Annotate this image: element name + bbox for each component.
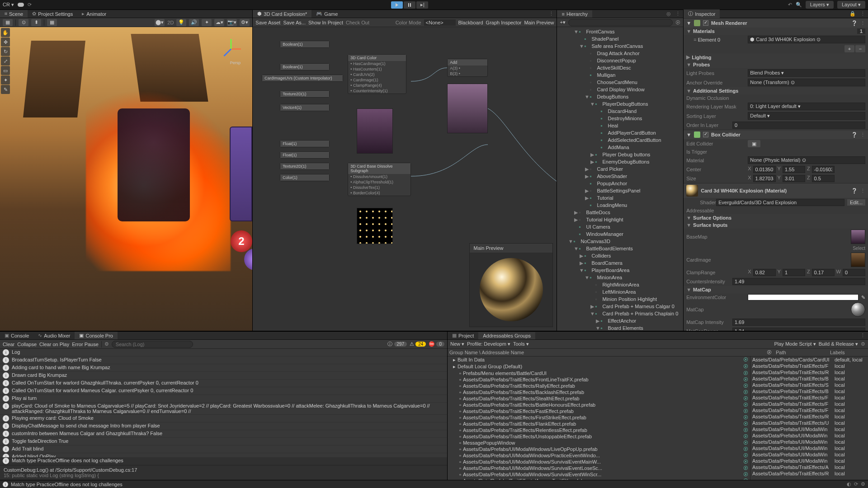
- tool-move[interactable]: ✥: [1, 38, 10, 47]
- select-texture-button[interactable]: Select: [853, 246, 865, 251]
- hierarchy-item[interactable]: ▫Minion Position Highlight: [557, 296, 683, 303]
- console-clear-on-play-button[interactable]: Clear on Play: [39, 342, 69, 347]
- tab-hierarchy[interactable]: ≡ Hierarchy: [557, 10, 592, 18]
- hierarchy-item[interactable]: ▫WindowManager: [557, 230, 683, 238]
- hierarchy-item[interactable]: ▼▫PlayerDebugButtons: [557, 100, 683, 108]
- search-icon[interactable]: 🔍: [796, 2, 802, 8]
- tool-grid[interactable]: ▦: [47, 19, 57, 26]
- tool-custom[interactable]: ✎: [1, 85, 10, 94]
- hierarchy-item[interactable]: ▫RightMinionArea: [557, 281, 683, 288]
- console-log-line[interactable]: iDrawn card Big Krumpaz: [0, 372, 447, 380]
- hierarchy-item[interactable]: ▫LeftMinionArea: [557, 288, 683, 296]
- info-count-badge[interactable]: ⓘ 297: [387, 341, 407, 347]
- list-remove-button[interactable]: −: [855, 45, 865, 52]
- hierarchy-item[interactable]: ▫UI Camera: [557, 223, 683, 230]
- hierarchy-item[interactable]: ▼▫Card Prefab + Primaris Chaplain 0: [557, 310, 683, 317]
- console-log-line[interactable]: iplayCard: Cloud of Smoke to Marneus Cal…: [0, 403, 447, 415]
- component-menu-icon[interactable]: ⋮: [860, 132, 865, 138]
- tab-inspector[interactable]: ⓘ Inspector: [684, 9, 720, 18]
- hierarchy-item[interactable]: ▫AddSelectedCardButton: [557, 136, 683, 144]
- hierarchy-item[interactable]: ▫Drag Attack Anchor: [557, 50, 683, 57]
- addr-side-row[interactable]: Assets/Data/Prefabs/UI/ModalWinlocal: [750, 451, 868, 458]
- tab-scene[interactable]: ⌗ Scene: [0, 10, 28, 18]
- save-as-button[interactable]: Save As...: [283, 20, 306, 25]
- clamp-w[interactable]: [843, 269, 865, 276]
- addr-new-dropdown[interactable]: New ▾: [450, 341, 464, 347]
- hierarchy-item[interactable]: ▼▫MinionArea: [557, 274, 683, 281]
- graph-node[interactable]: AddA(3) •B(3) •: [447, 59, 488, 77]
- account-menu[interactable]: CR ▾: [3, 2, 14, 8]
- graph-node[interactable]: Float(1): [280, 151, 330, 159]
- matcap-texture-slot[interactable]: [851, 302, 865, 317]
- addr-row[interactable]: ▫Assets/Data/Prefabs/TraitEffects/Backla…: [448, 389, 750, 395]
- console-error-pause-button[interactable]: Error Pause: [72, 342, 99, 347]
- graph-node[interactable]: Vector4(1): [280, 104, 330, 111]
- hierarchy-item[interactable]: ▫PopupAnchor: [557, 180, 683, 187]
- tab-project-settings[interactable]: ✿ Project Settings: [28, 10, 77, 18]
- tool-transform[interactable]: ✦: [1, 75, 10, 84]
- addr-row[interactable]: ▫Prefabs/Menu elements/Battle/CardUI⦿: [448, 370, 750, 376]
- addr-col-group[interactable]: Group Name \ Addressable Name: [449, 350, 767, 355]
- light-probes-dropdown[interactable]: Blend Probes ▾: [748, 69, 865, 77]
- basemap-texture-slot[interactable]: [851, 230, 865, 244]
- panel-menu-icon[interactable]: ⋮: [546, 11, 557, 17]
- console-search[interactable]: [112, 341, 193, 348]
- tab-console[interactable]: ▣ Console: [0, 332, 33, 339]
- tab-animator[interactable]: ▸ Animator: [77, 10, 111, 18]
- graph-node[interactable]: 3D Card Base Dissolve Subgraph • Dissolv…: [348, 163, 411, 196]
- hierarchy-item[interactable]: ▼▫PlayerBoardArea: [557, 267, 683, 274]
- console-options-icon[interactable]: ⚙: [104, 341, 109, 347]
- hierarchy-item[interactable]: ▫Card Display Window: [557, 86, 683, 93]
- console-log-line[interactable]: iCalled OnTurnStart for warlord Ghazghku…: [0, 380, 447, 387]
- hierarchy-filter-icon[interactable]: ⦿: [675, 20, 680, 25]
- addr-sidebar[interactable]: Assets/Data/Prefabs/Cards/CardUIdefault,…: [750, 357, 868, 480]
- console-log-line[interactable]: iAdding card to hand with name Big Krump…: [0, 364, 447, 372]
- status-icon[interactable]: ⟳: [854, 481, 858, 487]
- addr-col-labels[interactable]: Labels: [830, 350, 866, 355]
- undo-history-icon[interactable]: ↶: [788, 2, 792, 8]
- tool-gizmo[interactable]: ⚙▾: [240, 19, 250, 26]
- console-log-line[interactable]: iPlaying enemy card: Cloud of Smoke: [0, 415, 447, 422]
- panel-menu-icon[interactable]: ⋮: [858, 11, 868, 17]
- hierarchy-item[interactable]: ▼▫Safe area FrontCanvas: [557, 42, 683, 50]
- matcap-power-field[interactable]: [732, 328, 865, 331]
- console-log-line[interactable]: iAdd Trait blind: [0, 446, 447, 453]
- hierarchy-item[interactable]: ▶▫Tutorial Highlight: [557, 216, 683, 223]
- console-log-line[interactable]: iToggle fadeDirection True: [0, 438, 447, 446]
- graph-node[interactable]: Texture2D(1): [280, 163, 330, 170]
- console-clear-button[interactable]: Clear: [3, 342, 14, 347]
- refresh-icon[interactable]: ⟳: [28, 2, 32, 8]
- addr-row[interactable]: ▸Default Local Group (Default)⦿: [448, 363, 750, 370]
- addr-row[interactable]: ▫Assets/Data/Prefabs/TraitEffects/FrontL…: [448, 376, 750, 383]
- hierarchy-item[interactable]: ▶▫EffectAnchor: [557, 317, 683, 324]
- shader-dropdown[interactable]: Everguild/Cards/3D Card Explosion: [716, 199, 844, 206]
- addr-profile-dropdown[interactable]: Profile: Developm ▾: [467, 341, 510, 347]
- tool-light[interactable]: 💡: [176, 19, 186, 26]
- component-box-collider[interactable]: ▼ Box Collider ❔ ⋮: [684, 130, 868, 139]
- center-z[interactable]: [812, 166, 835, 173]
- hierarchy-item[interactable]: ▫DiscardHand: [557, 108, 683, 115]
- component-mesh-renderer[interactable]: ▼ Mesh Renderer ❔ ⋮: [684, 19, 868, 28]
- clamp-z[interactable]: [812, 269, 835, 276]
- console-log-line[interactable]: iDisplayChatMessage to send chat message…: [0, 422, 447, 430]
- addr-side-row[interactable]: Assets/Data/Prefabs/TraitEffects/Ulocal: [750, 420, 868, 426]
- addr-tools-dropdown[interactable]: Tools ▾: [513, 341, 529, 347]
- hierarchy-item[interactable]: ▼▫DebugButtons: [557, 93, 683, 100]
- addr-side-row[interactable]: Assets/Data/Prefabs/TraitEffects/Blocal: [750, 388, 868, 394]
- material-slot[interactable]: ⬢ Card 3d WH40K Explosion ⊙: [748, 36, 865, 43]
- color-picker-icon[interactable]: ✎: [861, 295, 865, 300]
- material-header[interactable]: Card 3d WH40K Explosion (Material) ❔ ⋮: [684, 183, 868, 198]
- size-y[interactable]: [783, 175, 805, 182]
- hierarchy-item[interactable]: ▼▫Board Elements: [557, 324, 683, 331]
- graph-node[interactable]: Boolean(1): [280, 41, 330, 48]
- graph-node[interactable]: Boolean(1): [280, 63, 330, 70]
- addr-row[interactable]: ▫Assets/Data/Prefabs/UI/ModalWindows/Liv…: [448, 446, 750, 452]
- size-x[interactable]: [753, 175, 776, 182]
- mesh-renderer-toggle[interactable]: [703, 20, 708, 26]
- console-log-line[interactable]: iPlay ai turn: [0, 395, 447, 403]
- checkout-button[interactable]: Check Out: [346, 20, 369, 25]
- tool-fx[interactable]: ✦: [202, 19, 212, 26]
- main-preview-toggle[interactable]: Main Preview: [524, 20, 554, 25]
- edit-collider-button[interactable]: ▣: [748, 140, 760, 147]
- component-help-icon[interactable]: ❔: [851, 188, 858, 194]
